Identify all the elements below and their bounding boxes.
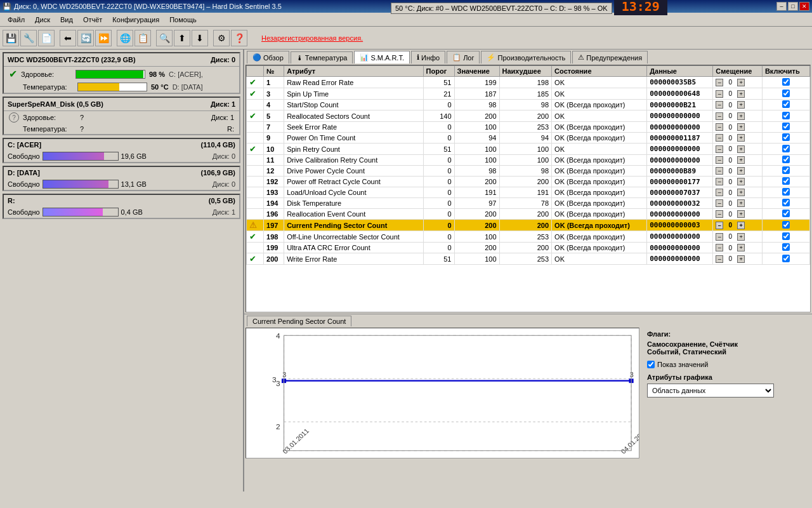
table-row[interactable]: ✔ 200 Write Error Rate 51 100 253 OK 000… — [247, 253, 810, 265]
enable-checkbox-192[interactable] — [782, 177, 790, 185]
table-row[interactable]: 12 Drive Power Cycle Count 0 98 98 OK (В… — [247, 166, 810, 177]
offset-minus-11[interactable]: – — [716, 156, 723, 164]
offset-plus-1[interactable]: + — [737, 79, 745, 86]
offset-plus-4[interactable]: + — [737, 101, 745, 109]
enable-checkbox-12[interactable] — [782, 166, 790, 174]
menu-help[interactable]: Помощь — [164, 15, 202, 25]
offset-minus-9[interactable]: – — [716, 134, 723, 142]
table-row[interactable]: ✔ 5 Reallocated Sectors Count 140 200 20… — [247, 110, 810, 122]
menu-file[interactable]: Файл — [3, 15, 30, 25]
enable-checkbox-4[interactable] — [782, 100, 790, 108]
graph-attrs-select[interactable]: Область данных — [647, 384, 774, 398]
enable-checkbox-197[interactable] — [782, 221, 790, 229]
tab-log[interactable]: 📋 Лог — [447, 51, 480, 64]
menu-disk[interactable]: Диск — [30, 15, 55, 25]
enable-checkbox-10[interactable] — [782, 145, 790, 152]
tb-btn-8[interactable]: 📋 — [134, 30, 151, 46]
offset-plus-10[interactable]: + — [737, 145, 745, 153]
offset-minus-193[interactable]: – — [716, 189, 723, 196]
table-row[interactable]: 193 Load/Unload Cycle Count 0 191 191 OK… — [247, 187, 810, 198]
tab-performance[interactable]: ⚡ Производительность — [481, 51, 571, 64]
table-row[interactable]: 192 Power off Retract Cycle Count 0 200 … — [247, 177, 810, 187]
offset-plus-193[interactable]: + — [737, 189, 745, 196]
offset-plus-9[interactable]: + — [737, 134, 745, 142]
offset-minus-10[interactable]: – — [716, 145, 723, 153]
tb-btn-3[interactable]: 📄 — [38, 30, 55, 46]
tb-btn-10[interactable]: ⬆ — [174, 30, 190, 46]
offset-minus-192[interactable]: – — [716, 178, 723, 185]
offset-minus-200[interactable]: – — [716, 255, 723, 263]
menu-report[interactable]: Отчёт — [78, 15, 107, 25]
offset-minus-198[interactable]: – — [716, 233, 723, 241]
tab-info[interactable]: ℹ Инфо — [411, 51, 445, 64]
bottom-tab-pending[interactable]: Current Pending Sector Count — [247, 316, 351, 326]
enable-checkbox-9[interactable] — [782, 133, 790, 141]
tab-overview[interactable]: 🔵 Обзор — [247, 51, 289, 64]
offset-plus-200[interactable]: + — [737, 255, 745, 263]
tb-btn-4[interactable]: ⬅ — [60, 30, 76, 46]
table-row[interactable]: 7 Seek Error Rate 0 100 253 OK (Всегда п… — [247, 122, 810, 133]
offset-minus-4[interactable]: – — [716, 101, 723, 109]
offset-minus-12[interactable]: – — [716, 167, 723, 175]
offset-plus-3[interactable]: + — [737, 90, 745, 98]
tb-btn-12[interactable]: ⚙ — [213, 30, 230, 46]
maximize-button[interactable]: □ — [788, 2, 798, 11]
tb-btn-1[interactable]: 💾 — [3, 30, 19, 46]
tab-warnings[interactable]: ⚠ Предупреждения — [572, 51, 648, 64]
tb-btn-7[interactable]: 🌐 — [117, 30, 133, 46]
offset-minus-197[interactable]: – — [716, 222, 723, 229]
offset-minus-199[interactable]: – — [716, 244, 723, 251]
table-row[interactable]: 199 Ultra ATA CRC Error Count 0 200 200 … — [247, 243, 810, 253]
tab-temperature[interactable]: 🌡 Температура — [291, 51, 353, 64]
offset-plus-12[interactable]: + — [737, 167, 745, 175]
offset-minus-194[interactable]: – — [716, 199, 723, 207]
table-row[interactable]: 4 Start/Stop Count 0 98 98 OK (Всегда пр… — [247, 100, 810, 110]
enable-checkbox-194[interactable] — [782, 199, 790, 206]
offset-plus-11[interactable]: + — [737, 156, 745, 164]
tb-btn-11[interactable]: ⬇ — [192, 30, 208, 46]
tb-btn-5[interactable]: 🔄 — [77, 30, 94, 46]
table-row[interactable]: ✔ 3 Spin Up Time 21 187 185 OK 000000000… — [247, 88, 810, 100]
table-row[interactable]: ✔ 1 Raw Read Error Rate 51 199 198 OK 00… — [247, 77, 810, 88]
close-button[interactable]: ✕ — [799, 2, 809, 11]
table-row[interactable]: 9 Power On Time Count 0 94 94 OK (Всегда… — [247, 133, 810, 144]
table-row[interactable]: ✔ 10 Spin Retry Count 51 100 100 OK 0000… — [247, 144, 810, 155]
table-row[interactable]: 194 Disk Temperature 0 97 78 OK (Всегда … — [247, 198, 810, 209]
offset-minus-5[interactable]: – — [716, 112, 723, 120]
table-row[interactable]: ⚠ 197 Current Pending Sector Count 0 200… — [247, 220, 810, 231]
enable-checkbox-198[interactable] — [782, 232, 790, 240]
menu-view[interactable]: Вид — [55, 15, 78, 25]
enable-checkbox-11[interactable] — [782, 156, 790, 163]
offset-plus-192[interactable]: + — [737, 178, 745, 185]
offset-minus-1[interactable]: – — [716, 79, 723, 86]
offset-minus-7[interactable]: – — [716, 123, 723, 131]
enable-checkbox-1[interactable] — [782, 78, 790, 86]
table-row[interactable]: ✔ 198 Off-Line Uncorrectable Sector Coun… — [247, 231, 810, 243]
tb-btn-6[interactable]: ⏩ — [95, 30, 112, 46]
table-row[interactable]: 11 Drive Calibration Retry Count 0 100 1… — [247, 155, 810, 166]
tb-btn-2[interactable]: 🔧 — [20, 30, 37, 46]
tb-btn-9[interactable]: 🔍 — [156, 30, 173, 46]
table-row[interactable]: 196 Reallocation Event Count 0 200 200 O… — [247, 209, 810, 220]
enable-checkbox-196[interactable] — [782, 210, 790, 217]
enable-checkbox-3[interactable] — [782, 90, 790, 97]
tb-btn-13[interactable]: ❓ — [231, 30, 247, 46]
menu-config[interactable]: Конфигурация — [107, 15, 164, 25]
offset-plus-196[interactable]: + — [737, 210, 745, 218]
minimize-button[interactable]: – — [776, 2, 787, 11]
tab-smart[interactable]: 📊 S.M.A.R.T. — [354, 51, 410, 64]
show-values-checkbox[interactable] — [647, 361, 655, 368]
offset-plus-197[interactable]: + — [737, 222, 745, 229]
enable-checkbox-199[interactable] — [782, 243, 790, 251]
offset-plus-198[interactable]: + — [737, 233, 745, 241]
offset-plus-7[interactable]: + — [737, 123, 745, 131]
offset-minus-3[interactable]: – — [716, 90, 723, 98]
offset-plus-199[interactable]: + — [737, 244, 745, 251]
offset-plus-194[interactable]: + — [737, 199, 745, 207]
enable-checkbox-7[interactable] — [782, 123, 790, 130]
offset-minus-196[interactable]: – — [716, 210, 723, 218]
enable-checkbox-200[interactable] — [782, 255, 790, 262]
enable-checkbox-193[interactable] — [782, 188, 790, 196]
offset-plus-5[interactable]: + — [737, 112, 745, 120]
enable-checkbox-5[interactable] — [782, 112, 790, 119]
